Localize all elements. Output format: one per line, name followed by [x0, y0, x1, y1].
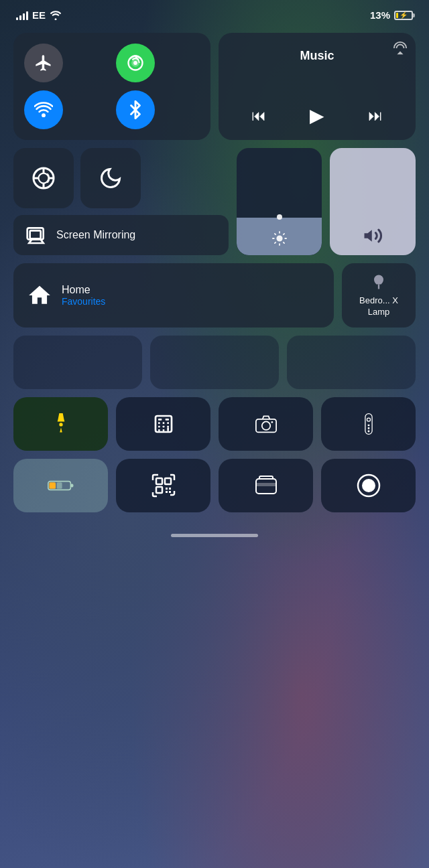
calculator-button[interactable] [116, 397, 210, 451]
connectivity-panel [13, 33, 210, 140]
airplay-button[interactable] [393, 41, 408, 58]
last-row [13, 459, 416, 512]
battery-widget-icon [48, 478, 74, 494]
svg-point-34 [367, 418, 370, 421]
screen-lock-icon [32, 166, 56, 190]
music-title: Music [229, 49, 405, 63]
flashlight-icon [50, 413, 72, 435]
cellular-button[interactable] [116, 44, 155, 82]
svg-rect-28 [162, 429, 164, 431]
svg-rect-47 [166, 491, 168, 493]
signal-bar-3 [23, 13, 25, 20]
svg-rect-35 [367, 424, 369, 426]
third-row: Home Favourites Bedro... X Lamp [13, 263, 416, 328]
wifi-icon [34, 100, 53, 119]
signal-bar-1 [16, 17, 18, 20]
cellular-icon [126, 54, 145, 72]
svg-rect-21 [158, 422, 160, 424]
screen-mirroring-button[interactable]: Screen Mirroring [13, 215, 229, 255]
second-row-top [13, 148, 229, 208]
svg-rect-26 [167, 425, 169, 427]
svg-rect-40 [49, 482, 56, 489]
airplane-icon [34, 54, 53, 72]
svg-rect-23 [167, 422, 169, 424]
svg-rect-27 [158, 429, 160, 431]
music-panel[interactable]: Music ⏮ ▶ ⏭ [219, 33, 416, 140]
home-main-label: Home [62, 284, 105, 296]
second-row: Screen Mirroring [13, 148, 416, 255]
wallet-icon [254, 474, 278, 498]
apple-tv-remote-button[interactable] [321, 397, 416, 451]
calculator-icon [153, 413, 174, 435]
svg-line-12 [283, 242, 284, 243]
home-indicator[interactable] [0, 526, 429, 545]
svg-line-15 [274, 242, 275, 243]
svg-point-31 [261, 421, 269, 429]
battery-widget-button[interactable] [13, 459, 108, 512]
svg-rect-37 [367, 430, 369, 432]
status-right: 13% ⚡ [370, 9, 413, 21]
bluetooth-button[interactable] [116, 90, 155, 129]
status-bar: EE 13% ⚡ [0, 0, 429, 26]
airplane-mode-button[interactable] [24, 44, 63, 82]
svg-rect-41 [56, 482, 62, 489]
control-center: Music ⏮ ▶ ⏭ [0, 26, 429, 526]
svg-rect-50 [256, 483, 276, 486]
svg-rect-24 [158, 425, 160, 427]
svg-rect-22 [162, 422, 164, 424]
wallet-button[interactable] [219, 459, 313, 512]
svg-point-8 [276, 235, 282, 241]
signal-bar-2 [19, 15, 21, 20]
svg-rect-39 [70, 484, 73, 487]
lamp-icon [369, 273, 388, 291]
svg-line-16 [283, 234, 284, 234]
svg-point-32 [271, 421, 273, 423]
moon-icon [99, 166, 123, 190]
bottom-icons-row [13, 397, 416, 451]
remote-icon [358, 413, 379, 435]
empty-panel-2 [150, 336, 279, 389]
screen-record-icon [357, 474, 381, 498]
volume-slider[interactable] [330, 148, 416, 255]
home-text: Home Favourites [62, 284, 105, 307]
screen-lock-button[interactable] [13, 148, 74, 208]
music-rewind-button[interactable]: ⏮ [246, 104, 271, 127]
empty-row [13, 336, 416, 389]
airplay-icon [393, 41, 408, 56]
svg-rect-7 [30, 230, 41, 238]
home-sub-label: Favourites [62, 296, 105, 307]
svg-point-3 [42, 113, 46, 117]
svg-line-11 [274, 234, 275, 234]
svg-point-2 [133, 61, 137, 65]
screen-mirroring-label: Screen Mirroring [56, 228, 135, 242]
flashlight-button[interactable] [13, 397, 108, 451]
code-scanner-button[interactable] [116, 459, 210, 512]
home-icon [27, 283, 52, 308]
empty-panel-1 [13, 336, 142, 389]
svg-rect-19 [158, 419, 162, 421]
brightness-slider[interactable] [237, 148, 322, 255]
music-fastforward-button[interactable]: ⏭ [363, 104, 388, 127]
do-not-disturb-button[interactable] [80, 148, 141, 208]
svg-rect-42 [156, 478, 162, 484]
camera-button[interactable] [219, 397, 313, 451]
status-left: EE [16, 9, 62, 21]
brightness-dot [277, 214, 282, 220]
screen-record-button[interactable] [321, 459, 416, 512]
qr-scanner-icon [151, 474, 176, 498]
battery-icon: ⚡ [394, 11, 413, 20]
music-play-button[interactable]: ▶ [304, 102, 330, 129]
screen-mirroring-icon [25, 224, 47, 246]
brightness-icon [272, 231, 287, 246]
signal-bar-4 [26, 11, 28, 20]
svg-rect-29 [167, 427, 169, 431]
music-controls: ⏮ ▶ ⏭ [229, 102, 405, 129]
home-favourites-button[interactable]: Home Favourites [13, 263, 334, 328]
svg-rect-20 [165, 419, 168, 421]
home-bar [171, 534, 258, 537]
lamp-label: Bedro... X Lamp [351, 295, 406, 318]
battery-bolt-icon: ⚡ [400, 11, 408, 19]
bluetooth-icon [126, 100, 145, 119]
wifi-button[interactable] [24, 90, 63, 129]
lamp-button[interactable]: Bedro... X Lamp [342, 263, 416, 328]
